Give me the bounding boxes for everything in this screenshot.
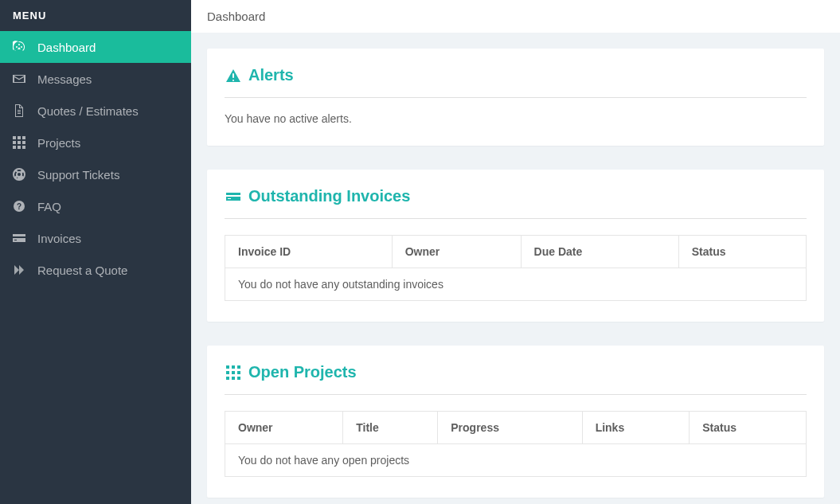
col-progress: Progress [438,412,582,444]
projects-empty-text: You do not have any open projects [225,444,807,477]
sidebar-item-label: Request a Quote [37,264,127,277]
grid-icon [225,364,242,381]
chevrons-right-icon [11,263,27,277]
invoices-empty-text: You do not have any outstanding invoices [225,268,807,301]
sidebar-item-projects[interactable]: Projects [0,127,191,158]
col-invoice-id: Invoice ID [225,236,393,268]
sidebar-item-label: Support Tickets [37,168,119,182]
projects-card: Open Projects Owner Title Progress Links… [207,346,824,498]
table-header-row: Invoice ID Owner Due Date Status [225,236,807,268]
invoices-title: Outstanding Invoices [225,187,807,205]
envelope-icon [11,72,27,86]
sidebar-item-invoices[interactable]: Invoices [0,222,191,254]
sidebar-item-messages[interactable]: Messages [0,63,191,95]
table-row: You do not have any outstanding invoices [225,268,807,301]
sidebar-item-label: Projects [37,136,80,150]
divider [225,394,807,395]
file-icon [11,104,27,118]
dashboard-icon [11,40,27,54]
sidebar-item-faq[interactable]: ? FAQ [0,190,191,222]
invoices-table: Invoice ID Owner Due Date Status You do … [225,235,807,301]
breadcrumb: Dashboard [191,0,840,33]
menu-header: MENU [0,0,191,31]
sidebar-item-label: Messages [37,72,92,86]
sidebar-item-quotes[interactable]: Quotes / Estimates [0,95,191,127]
credit-card-icon [225,188,242,205]
svg-text:?: ? [17,202,21,211]
divider [225,218,807,219]
col-due-date: Due Date [521,236,678,268]
main-area: Dashboard Alerts You have no active aler… [191,0,840,504]
content: Alerts You have no active alerts. Outsta… [191,33,840,504]
sidebar-item-label: Dashboard [37,41,96,54]
sidebar: MENU Dashboard Messages Quotes / Estimat… [0,0,191,504]
sidebar-item-label: Invoices [37,232,81,245]
col-links: Links [582,412,690,444]
life-ring-icon [11,167,27,182]
sidebar-item-tickets[interactable]: Support Tickets [0,158,191,190]
alerts-card: Alerts You have no active alerts. [207,49,824,146]
sidebar-item-dashboard[interactable]: Dashboard [0,31,191,63]
sidebar-item-request-quote[interactable]: Request a Quote [0,254,191,286]
alerts-title: Alerts [225,66,807,84]
projects-title: Open Projects [225,363,807,381]
table-header-row: Owner Title Progress Links Status [225,412,807,444]
projects-table: Owner Title Progress Links Status You do… [225,411,807,477]
page-title: Dashboard [207,10,265,23]
grid-icon [11,135,27,150]
col-owner: Owner [225,412,343,444]
credit-card-icon [11,231,27,245]
sidebar-item-label: Quotes / Estimates [37,104,139,118]
col-title: Title [343,412,438,444]
alerts-empty-text: You have no active alerts. [225,112,807,125]
warning-icon [225,67,242,84]
invoices-card: Outstanding Invoices Invoice ID Owner Du… [207,170,824,322]
table-row: You do not have any open projects [225,444,807,477]
col-status: Status [678,236,806,268]
sidebar-item-label: FAQ [37,200,61,213]
divider [225,97,807,98]
col-status: Status [690,412,807,444]
help-icon: ? [11,199,27,213]
col-owner: Owner [392,236,521,268]
